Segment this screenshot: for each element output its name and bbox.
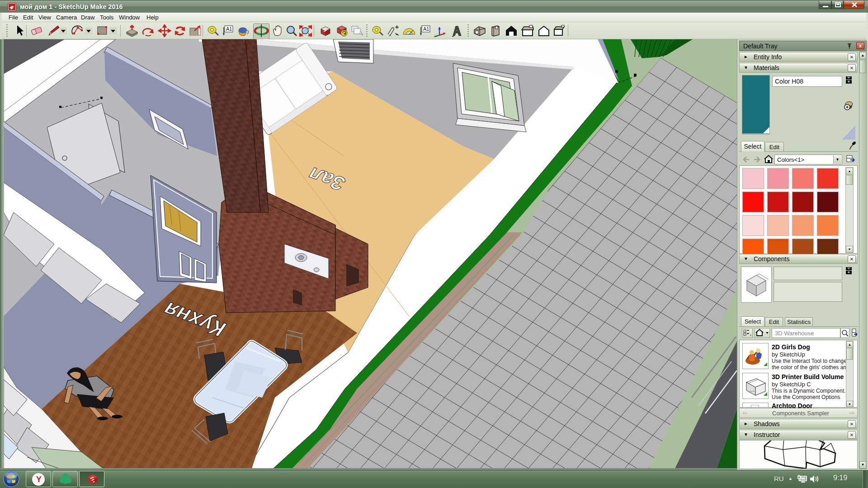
- svg-text:A1: A1: [226, 26, 232, 32]
- svg-text:A1: A1: [423, 26, 429, 32]
